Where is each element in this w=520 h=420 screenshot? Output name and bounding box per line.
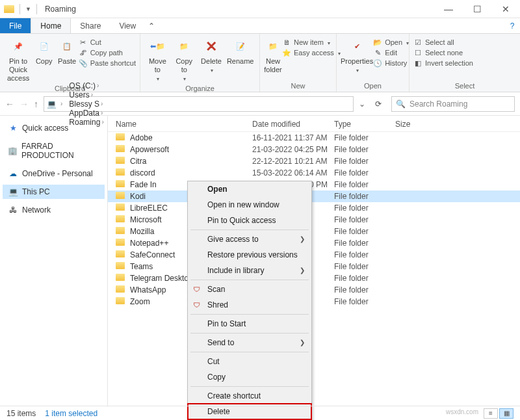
file-row[interactable]: SafeConnectFile folder bbox=[108, 249, 520, 261]
breadcrumb-segment[interactable]: Users › bbox=[66, 90, 107, 99]
cut-button[interactable]: ✂Cut bbox=[79, 38, 136, 47]
back-button[interactable]: ← bbox=[5, 99, 14, 109]
paste-button[interactable]: 📋Paste bbox=[55, 36, 78, 66]
group-label-organize: Organize bbox=[140, 83, 259, 94]
pin-icon: 📌 bbox=[9, 38, 27, 56]
nav-this-pc[interactable]: 💻This PC bbox=[3, 185, 105, 199]
ctx-shred[interactable]: 🛡Shred bbox=[188, 297, 311, 313]
file-row[interactable]: TeamsFile folder bbox=[108, 261, 520, 272]
breadcrumb[interactable]: 💻 › OS (C:) ›Users ›Blessy S ›AppData ›R… bbox=[44, 96, 354, 112]
col-name[interactable]: Name bbox=[116, 120, 252, 129]
refresh-button[interactable]: ⟳ bbox=[370, 99, 386, 109]
view-icons-button[interactable]: ▦ bbox=[499, 408, 514, 419]
file-row[interactable]: ZoomFile folder bbox=[108, 296, 520, 308]
tab-share[interactable]: Share bbox=[71, 18, 110, 33]
ctx-scan[interactable]: 🛡Scan bbox=[188, 282, 311, 297]
history-button[interactable]: 🕓History bbox=[373, 59, 409, 68]
file-name: discord bbox=[130, 168, 252, 177]
file-date: 15-03-2022 06:14 AM bbox=[252, 168, 334, 177]
new-folder-button[interactable]: 📁New folder bbox=[264, 36, 282, 74]
file-row[interactable]: MicrosoftFile folder bbox=[108, 214, 520, 226]
ctx-cut[interactable]: Cut bbox=[188, 354, 311, 369]
view-details-button[interactable]: ≡ bbox=[484, 408, 498, 419]
ctx-include-library[interactable]: Include in library❯ bbox=[188, 263, 311, 278]
ctx-pin-quick-access[interactable]: Pin to Quick access bbox=[188, 213, 311, 228]
help-icon[interactable]: ? bbox=[504, 18, 520, 33]
ctx-open[interactable]: Open bbox=[188, 181, 311, 197]
open-button[interactable]: 📂Open bbox=[373, 38, 409, 47]
tab-home[interactable]: Home bbox=[31, 18, 71, 33]
move-to-button[interactable]: ⬅📁Move to bbox=[144, 36, 171, 83]
col-type[interactable]: Type bbox=[334, 120, 395, 129]
up-button[interactable]: ↑ bbox=[34, 99, 38, 109]
file-row[interactable]: KodiFile folder bbox=[108, 190, 520, 202]
nav-network[interactable]: 🖧Network bbox=[3, 203, 105, 217]
address-dropdown-button[interactable]: ⌄ bbox=[359, 99, 365, 109]
paste-shortcut-icon: 📎 bbox=[79, 59, 88, 68]
breadcrumb-segment[interactable]: OS (C:) › bbox=[66, 81, 107, 90]
file-row[interactable]: Telegram DesktopFile folder bbox=[108, 272, 520, 284]
file-type: File folder bbox=[334, 215, 395, 224]
paste-shortcut-button[interactable]: 📎Paste shortcut bbox=[79, 59, 136, 68]
invert-selection-button[interactable]: ◧Invert selection bbox=[413, 59, 473, 68]
ctx-restore-previous[interactable]: Restore previous versions bbox=[188, 247, 311, 263]
search-input[interactable]: 🔍 Search Roaming bbox=[391, 96, 515, 112]
select-all-button[interactable]: ☑Select all bbox=[413, 38, 473, 47]
copy-to-icon: 📁 bbox=[175, 38, 193, 56]
nav-farrad[interactable]: 🏢FARRAD PRODUCTION bbox=[3, 139, 105, 163]
ctx-separator bbox=[190, 230, 309, 230]
copy-to-button[interactable]: 📁Copy to bbox=[171, 36, 198, 83]
column-headers[interactable]: Name Date modified Type Size bbox=[108, 116, 520, 132]
nav-onedrive[interactable]: ☁OneDrive - Personal bbox=[3, 166, 105, 181]
tab-view[interactable]: View bbox=[110, 18, 145, 33]
ctx-copy[interactable]: Copy bbox=[188, 369, 311, 385]
rename-button[interactable]: 📝Rename bbox=[225, 36, 255, 66]
ctx-separator bbox=[190, 386, 309, 387]
star-icon: ★ bbox=[8, 124, 18, 133]
ctx-give-access[interactable]: Give access to❯ bbox=[188, 231, 311, 247]
minimize-button[interactable]: ― bbox=[434, 0, 463, 18]
col-date[interactable]: Date modified bbox=[252, 120, 334, 129]
ctx-open-new-window[interactable]: Open in new window bbox=[188, 197, 311, 213]
easy-access-button[interactable]: ⭐Easy access bbox=[282, 48, 341, 57]
easy-access-icon: ⭐ bbox=[282, 48, 291, 57]
close-button[interactable]: ✕ bbox=[491, 0, 520, 18]
file-date: 22-12-2021 10:21 AM bbox=[252, 157, 334, 166]
maximize-button[interactable]: ☐ bbox=[463, 0, 491, 18]
copy-path-button[interactable]: 🖇Copy path bbox=[79, 48, 136, 57]
new-item-button[interactable]: 🗎New item bbox=[282, 38, 341, 47]
nav-quick-access[interactable]: ★Quick access bbox=[3, 121, 105, 135]
tab-file[interactable]: File bbox=[0, 18, 31, 33]
ctx-create-shortcut[interactable]: Create shortcut bbox=[188, 388, 311, 404]
ctx-pin-start[interactable]: Pin to Start bbox=[188, 316, 311, 332]
file-row[interactable]: Citra22-12-2021 10:21 AMFile folder bbox=[108, 155, 520, 167]
ctx-send-to[interactable]: Send to❯ bbox=[188, 335, 311, 350]
file-row[interactable]: WhatsAppFile folder bbox=[108, 284, 520, 296]
move-to-icon: ⬅📁 bbox=[148, 38, 166, 56]
ribbon-collapse-button[interactable]: ⌃ bbox=[145, 18, 158, 33]
file-row[interactable]: MozillaFile folder bbox=[108, 226, 520, 237]
file-row[interactable]: Fade In26-11-2021 11:10 PMFile folder bbox=[108, 179, 520, 190]
pin-to-quick-access-button[interactable]: 📌Pin to Quick access bbox=[4, 36, 32, 83]
file-row[interactable]: Notepad++File folder bbox=[108, 237, 520, 249]
forward-button[interactable]: → bbox=[20, 99, 29, 109]
file-type: File folder bbox=[334, 250, 395, 259]
col-size[interactable]: Size bbox=[395, 120, 512, 129]
properties-button[interactable]: ✔Properties bbox=[341, 36, 373, 74]
file-row[interactable]: LibreELECFile folder bbox=[108, 202, 520, 214]
copy-button[interactable]: 📄Copy bbox=[32, 36, 55, 66]
edit-button[interactable]: ✎Edit bbox=[373, 48, 409, 57]
quick-access-down-icon[interactable]: ▼ bbox=[25, 6, 31, 12]
folder-icon bbox=[116, 157, 127, 166]
file-row[interactable]: Apowersoft21-03-2022 04:25 PMFile folder bbox=[108, 144, 520, 155]
file-name: Citra bbox=[130, 157, 252, 166]
ribbon-tabs: File Home Share View ⌃ ? bbox=[0, 18, 520, 34]
file-row[interactable]: discord15-03-2022 06:14 AMFile folder bbox=[108, 167, 520, 179]
file-type: File folder bbox=[334, 203, 395, 213]
breadcrumb-segment[interactable]: Blessy S › bbox=[66, 99, 107, 109]
rename-icon: 📝 bbox=[231, 38, 250, 56]
select-none-button[interactable]: ☐Select none bbox=[413, 48, 473, 57]
file-row[interactable]: Adobe16-11-2021 11:37 AMFile folder bbox=[108, 132, 520, 144]
folder-icon bbox=[116, 227, 127, 236]
delete-button[interactable]: ✕Delete bbox=[198, 36, 226, 74]
